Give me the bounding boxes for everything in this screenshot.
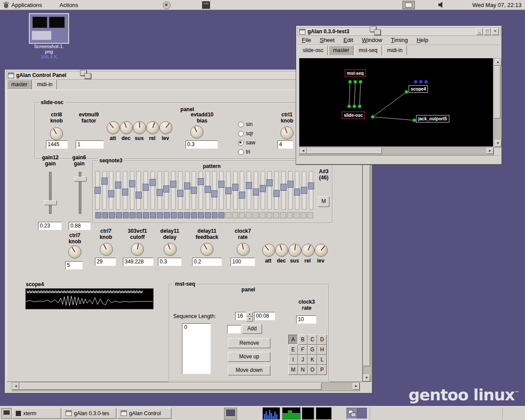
patch-canvas[interactable]: mst-seq slide-osc scope4 jack_outport5 <box>299 58 493 147</box>
remove-button[interactable]: Remove <box>228 338 270 348</box>
pattern-step-cell[interactable] <box>287 212 293 218</box>
grid-button-N[interactable]: N <box>298 365 308 375</box>
feedback-value-field[interactable]: 0.2 <box>192 258 222 266</box>
clock3-value-field[interactable]: 10 <box>296 315 316 324</box>
memory-graph-applet[interactable] <box>282 407 301 420</box>
pattern-step-cell[interactable] <box>109 212 115 218</box>
pattern-bar-slider[interactable] <box>130 171 134 210</box>
pattern-step-cell[interactable] <box>130 212 136 218</box>
pattern-bar-slider[interactable] <box>136 171 141 210</box>
grid-button-E[interactable]: E <box>288 345 298 355</box>
node-slide-osc[interactable]: slide-osc <box>342 112 365 119</box>
node-scope4[interactable]: scope4 <box>409 85 428 93</box>
delay-knob[interactable] <box>164 243 177 256</box>
scroll-down-icon[interactable]: ▼ <box>363 374 370 382</box>
pattern-step-cell[interactable] <box>294 212 300 218</box>
workspace-2[interactable] <box>357 408 368 419</box>
add-entry-field[interactable] <box>227 325 241 333</box>
pattern-step-cell[interactable] <box>150 212 156 218</box>
tab-slide-osc[interactable]: slide-osc <box>298 46 328 55</box>
close-button[interactable]: × <box>492 28 499 35</box>
pattern-bar-slider[interactable] <box>254 171 258 210</box>
pattern-step-cell[interactable] <box>157 212 163 218</box>
menu-help[interactable]: Help <box>416 37 428 43</box>
cpu-graph-applet[interactable] <box>262 407 280 420</box>
pattern-step-cell[interactable] <box>164 212 170 218</box>
evtadd10-value-field[interactable]: 0.3 <box>186 140 218 149</box>
ctrl7-knob[interactable] <box>68 245 81 259</box>
pattern-step-cell[interactable] <box>212 212 218 218</box>
pattern-step-cell[interactable] <box>102 212 108 218</box>
env2-dec-knob[interactable] <box>275 244 288 257</box>
pattern-step-cell[interactable] <box>143 212 149 218</box>
radio-tri[interactable] <box>238 149 244 155</box>
move-down-button[interactable]: Move down <box>228 365 270 375</box>
pattern-bar-slider[interactable] <box>206 171 210 210</box>
tab-master[interactable]: master <box>329 46 354 55</box>
pattern-step-cell[interactable] <box>252 212 259 218</box>
pattern-step-cell[interactable] <box>246 212 252 218</box>
workspace-switcher[interactable] <box>346 408 368 419</box>
pattern-step-cell[interactable] <box>95 212 102 218</box>
horizontal-scrollbar-thumb[interactable] <box>20 383 322 390</box>
vcf-value-field[interactable]: 349.228 <box>123 258 154 266</box>
applications-menu[interactable]: Applications <box>1 0 44 10</box>
node-mst-seq[interactable]: mst-seq <box>345 70 366 77</box>
list-item[interactable]: 0 <box>184 324 209 330</box>
pattern-bar-slider[interactable] <box>212 171 217 210</box>
pattern-step-cell[interactable] <box>136 212 143 218</box>
pattern-step-cell[interactable] <box>218 212 224 218</box>
pattern-bar-slider[interactable] <box>185 171 189 210</box>
sequence-list[interactable]: 0 <box>182 323 211 374</box>
grid-button-J[interactable]: J <box>298 355 308 365</box>
pattern-bar-slider[interactable] <box>150 171 155 210</box>
spin-up-icon[interactable]: ▲ <box>246 312 253 317</box>
scroll-left-icon[interactable]: ◄ <box>300 148 307 154</box>
gain6-slider[interactable] <box>79 172 81 214</box>
pattern-step-cell[interactable] <box>239 212 245 218</box>
pattern-step-cell[interactable] <box>123 212 129 218</box>
pattern-bar-slider[interactable] <box>302 171 306 210</box>
pattern-bar-slider[interactable] <box>274 171 279 210</box>
env-lev-knob[interactable] <box>159 121 172 134</box>
gain6-value-field[interactable]: 0.88 <box>69 222 91 230</box>
pattern-step-cell[interactable] <box>171 212 177 218</box>
task-button-galan-control[interactable]: gAlan Control <box>117 408 172 419</box>
grid-button-A[interactable]: A <box>288 335 298 345</box>
menu-window[interactable]: Window <box>362 37 382 43</box>
canvas-vertical-scrollbar[interactable]: ▲ ▼ <box>494 58 502 147</box>
tab-midi-in[interactable]: midi-in <box>33 80 57 89</box>
net-graph-applet[interactable] <box>302 407 314 420</box>
galan-titlebar[interactable]: gAlan 0.3.0-test3 _ □ × <box>298 27 500 36</box>
grid-button-O[interactable]: O <box>308 365 317 375</box>
grid-button-F[interactable]: F <box>298 345 308 355</box>
pattern-step-cell[interactable] <box>198 212 204 218</box>
radio-saw[interactable] <box>238 140 244 146</box>
pattern-step-cell[interactable] <box>259 212 266 218</box>
tab-mst-seq[interactable]: mst-seq <box>354 46 382 55</box>
minimize-button[interactable]: _ <box>476 28 483 35</box>
pattern-bar-slider[interactable] <box>164 171 168 210</box>
gain12-value-field[interactable]: 0.23 <box>38 222 62 230</box>
terminal-launcher-icon[interactable] <box>202 1 210 9</box>
ctrl7-row-knob[interactable] <box>100 243 113 256</box>
sequence-length-field[interactable]: 16 <box>235 312 247 320</box>
pattern-step-cell[interactable] <box>307 212 313 218</box>
tab-midi-in[interactable]: midi-in <box>383 46 407 55</box>
load-graph-applet[interactable] <box>316 407 332 420</box>
pattern-step-cell[interactable] <box>184 212 190 218</box>
evtadd10-knob[interactable] <box>190 126 203 139</box>
pattern-bar-slider[interactable] <box>309 171 313 210</box>
grid-button-B[interactable]: B <box>298 335 308 345</box>
grid-button-L[interactable]: L <box>317 355 327 365</box>
pattern-step-cell[interactable] <box>205 212 211 218</box>
monitor-applet-icon[interactable] <box>224 408 237 420</box>
pattern-bar-slider[interactable] <box>267 171 272 210</box>
workspace-1[interactable] <box>347 408 357 419</box>
scroll-down-icon[interactable]: ▼ <box>494 140 501 147</box>
position-field[interactable]: 00:08 <box>254 312 275 320</box>
pattern-step-cell[interactable] <box>232 212 238 218</box>
pattern-bar-slider[interactable] <box>247 171 251 210</box>
pattern-step-cell[interactable] <box>273 212 279 218</box>
radio-sin[interactable] <box>238 122 244 127</box>
